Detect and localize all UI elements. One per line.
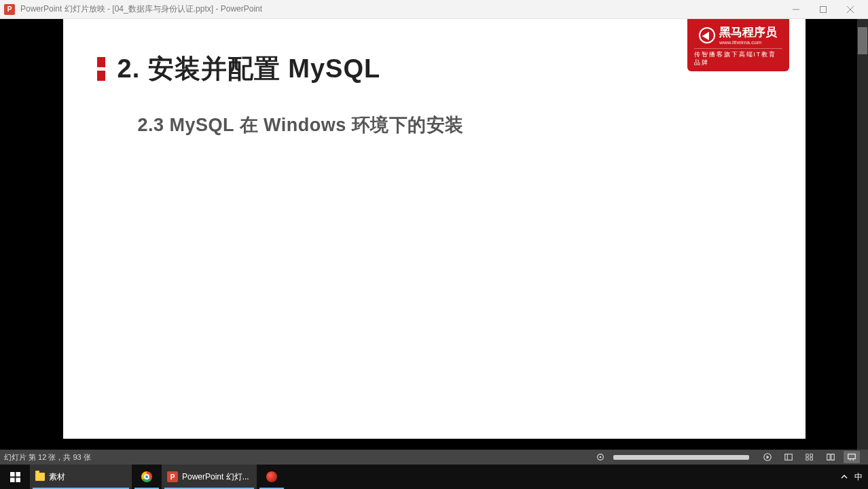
folder-icon <box>35 473 45 481</box>
minimize-button[interactable] <box>782 1 810 18</box>
slide-counter: 幻灯片 第 12 张，共 93 张 <box>4 452 592 463</box>
svg-rect-14 <box>848 454 856 459</box>
play-icon[interactable] <box>759 451 776 463</box>
vertical-scrollbar[interactable] <box>857 19 868 450</box>
statusbar: 幻灯片 第 12 张，共 93 张 <box>0 450 868 465</box>
window-title: PowerPoint 幻灯片放映 - [04_数据库与身份认证.pptx] - … <box>20 3 782 15</box>
svg-rect-17 <box>10 472 15 477</box>
slide-sorter-view-icon[interactable] <box>801 451 818 463</box>
taskbar-item-chrome[interactable] <box>132 465 162 489</box>
svg-rect-8 <box>785 454 793 460</box>
slide-heading-row: 2. 安装并配置 MySQL <box>97 52 381 86</box>
svg-rect-13 <box>810 458 813 460</box>
taskbar-item-powerpoint[interactable]: P PowerPoint 幻灯... <box>162 465 257 489</box>
slide-subheading: 2.3 MySQL 在 Windows 环境下的安装 <box>138 113 464 137</box>
windows-taskbar: 素材 P PowerPoint 幻灯... 中 <box>0 465 868 489</box>
svg-rect-20 <box>16 477 20 482</box>
heading-bullet-icon <box>97 57 105 81</box>
record-icon <box>266 471 277 482</box>
svg-point-5 <box>600 456 602 458</box>
taskbar-item-label: PowerPoint 幻灯... <box>182 471 249 483</box>
brand-name: 黑马程序员 <box>719 24 777 40</box>
chevron-up-icon[interactable] <box>841 473 848 480</box>
slide: 2. 安装并配置 MySQL 2.3 MySQL 在 Windows 环境下的安… <box>63 19 806 439</box>
taskbar-item-label: 素材 <box>49 471 65 483</box>
taskbar-item-explorer[interactable]: 素材 <box>30 465 132 489</box>
window-titlebar: P PowerPoint 幻灯片放映 - [04_数据库与身份认证.pptx] … <box>0 0 868 19</box>
scrollbar-thumb[interactable] <box>858 27 867 54</box>
system-tray[interactable]: 中 <box>835 471 868 483</box>
svg-rect-12 <box>806 458 809 460</box>
reading-view-icon[interactable] <box>822 451 839 463</box>
window-controls <box>782 1 864 18</box>
start-button[interactable] <box>0 465 30 489</box>
svg-rect-11 <box>810 454 813 457</box>
ime-indicator[interactable]: 中 <box>854 471 863 483</box>
powerpoint-app-icon: P <box>4 4 15 15</box>
horizontal-scroll-track[interactable] <box>613 455 749 460</box>
maximize-button[interactable] <box>810 1 837 18</box>
slideshow-view-icon[interactable] <box>844 451 860 463</box>
taskbar-item-recorder[interactable] <box>257 465 287 489</box>
brand-url: www.itheima.com <box>719 39 777 46</box>
svg-rect-18 <box>16 472 20 477</box>
powerpoint-icon: P <box>167 471 178 482</box>
presentation-viewport[interactable]: 2. 安装并配置 MySQL 2.3 MySQL 在 Windows 环境下的安… <box>0 19 868 450</box>
slide-heading: 2. 安装并配置 MySQL <box>117 52 381 86</box>
close-button[interactable] <box>837 1 864 18</box>
svg-rect-10 <box>806 454 809 457</box>
svg-rect-1 <box>820 6 827 12</box>
brand-tagline: 传智播客旗下高端IT教育品牌 <box>694 51 782 67</box>
pen-tools-icon[interactable] <box>592 451 609 463</box>
svg-marker-7 <box>767 455 770 458</box>
brand-logo-icon <box>699 27 715 43</box>
svg-rect-19 <box>10 477 15 482</box>
brand-badge: 黑马程序员 www.itheima.com 传智播客旗下高端IT教育品牌 <box>687 19 789 71</box>
chrome-icon <box>141 471 152 482</box>
normal-view-icon[interactable] <box>780 451 797 463</box>
